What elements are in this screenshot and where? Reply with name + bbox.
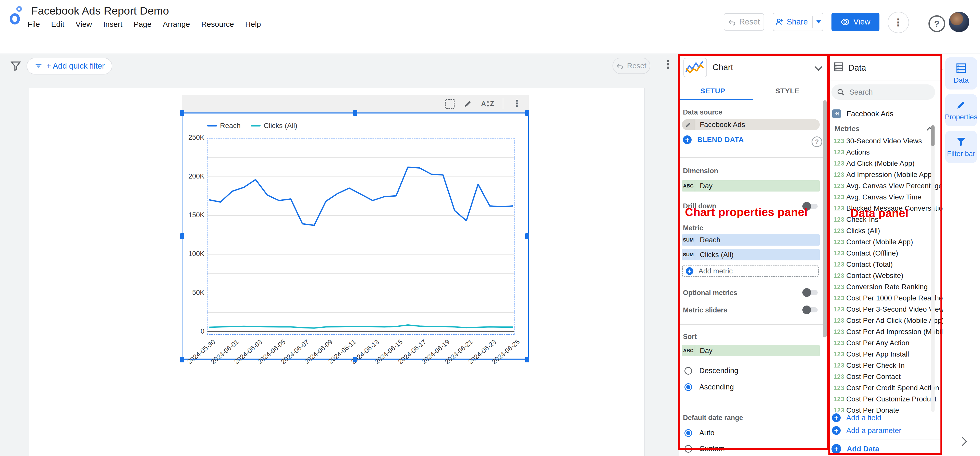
field-list-item[interactable]: 123 Contact (Offline) xyxy=(830,248,941,259)
selection-handle[interactable] xyxy=(180,234,184,239)
data-scrollbar-thumb[interactable] xyxy=(931,125,935,146)
field-list-item[interactable]: 123 Cost Per Credit Spend Action xyxy=(830,382,941,394)
edit-pencil-icon[interactable] xyxy=(463,99,473,108)
field-list-item[interactable]: 123 Cost Per App Install xyxy=(830,349,941,360)
select-area-icon[interactable] xyxy=(445,99,455,109)
menu-item[interactable]: Arrange xyxy=(163,20,190,29)
field-list-item[interactable]: 123 Cost Per Any Action xyxy=(830,337,941,349)
sidebar-item-data[interactable]: Data xyxy=(945,57,977,89)
menu-item[interactable]: Help xyxy=(245,20,261,29)
field-list-item[interactable]: 123 Cost Per 3-Second Video Views xyxy=(830,304,941,315)
dimension-pill[interactable]: ABC Day xyxy=(682,180,820,192)
chart-legend: ReachClicks (All) xyxy=(207,122,298,130)
numeric-type-icon: 123 xyxy=(834,385,846,391)
share-dropdown-caret[interactable] xyxy=(816,21,821,24)
field-list-item[interactable]: 123 Cost Per Contact xyxy=(830,371,941,382)
selection-handle[interactable] xyxy=(525,110,529,116)
field-list-item[interactable]: 123 Cost Per Ad Click (Mobile App) xyxy=(830,315,941,326)
date-auto-radio[interactable] xyxy=(684,429,692,437)
report-title[interactable]: Facebook Ads Report Demo xyxy=(31,5,169,17)
series-line xyxy=(209,167,513,226)
search-input[interactable]: Search xyxy=(832,84,935,100)
field-list-item[interactable]: 123 Contact (Website) xyxy=(830,270,941,281)
sort-descending-label: Descending xyxy=(699,367,738,375)
field-list-item[interactable]: 123 Cost Per 1000 People Reached xyxy=(830,292,941,304)
menu-item[interactable]: View xyxy=(76,20,92,29)
sort-descending-radio[interactable] xyxy=(684,367,692,375)
data-source-pill[interactable]: Facebook Ads xyxy=(682,119,820,130)
sort-field-pill[interactable]: ABC Day xyxy=(682,345,820,356)
filter-icon[interactable] xyxy=(10,60,21,72)
share-button[interactable]: Share xyxy=(773,13,823,31)
field-list-item[interactable]: 123 Conversion Rate Ranking xyxy=(830,281,941,292)
field-list-item[interactable]: 123 Ad Impression (Mobile App) xyxy=(830,169,941,180)
data-scrollbar-track[interactable] xyxy=(931,125,935,412)
field-list-item[interactable]: 123 Contact (Total) xyxy=(830,259,941,270)
field-list-item[interactable]: 123 30-Second Video Views xyxy=(830,135,941,147)
canvas-reset-button[interactable]: Reset xyxy=(612,58,650,74)
properties-scrollbar[interactable] xyxy=(823,100,827,337)
avatar[interactable] xyxy=(949,12,969,32)
selection-handle[interactable] xyxy=(180,110,184,116)
selection-handle[interactable] xyxy=(525,234,529,239)
help-button[interactable]: ? xyxy=(928,15,945,32)
numeric-type-icon: 123 xyxy=(834,194,846,201)
sidebar-item-properties[interactable]: Properties xyxy=(945,94,977,126)
edit-datasource-pencil-icon[interactable] xyxy=(682,119,695,130)
view-button[interactable]: View xyxy=(832,13,880,31)
menu-item[interactable]: Insert xyxy=(103,20,123,29)
field-name: Ad Impression (Mobile App) xyxy=(846,171,934,179)
looker-studio-logo-icon[interactable] xyxy=(9,6,24,27)
selection-handle[interactable] xyxy=(353,357,357,362)
sort-az-icon[interactable]: AZ xyxy=(481,100,494,108)
field-list-item[interactable]: 123 Cost Per Check-In xyxy=(830,360,941,371)
menu-item[interactable]: Edit xyxy=(51,20,64,29)
collapse-panel-chevron-icon[interactable] xyxy=(958,437,967,446)
add-metric-button[interactable]: + Add metric xyxy=(682,265,819,277)
line-chart[interactable]: ReachClicks (All) 250K200K150K100K50K0 2… xyxy=(182,113,529,360)
date-custom-radio[interactable] xyxy=(684,445,692,453)
reset-button[interactable]: Reset xyxy=(724,13,764,30)
field-list-item[interactable]: 123 Avg. Canvas View Percentage xyxy=(830,180,941,192)
more-options-button[interactable]: ⋮ xyxy=(888,12,909,33)
add-data-button[interactable]: + Add Data xyxy=(832,444,879,454)
menu-item[interactable]: File xyxy=(27,20,40,29)
menu-item[interactable]: Resource xyxy=(201,20,234,29)
chart-toolbar: AZ ⋮ xyxy=(182,95,529,113)
add-parameter-button[interactable]: + Add a parameter xyxy=(832,426,901,435)
add-field-button[interactable]: + Add a field xyxy=(832,413,881,422)
sort-ascending-radio[interactable] xyxy=(684,383,692,391)
sidebar-item-filter-bar[interactable]: Filter bar xyxy=(945,131,977,163)
chevron-down-icon[interactable] xyxy=(815,63,822,71)
chart-type-icon[interactable] xyxy=(683,58,707,77)
menu-item[interactable]: Page xyxy=(134,20,151,29)
metric-sliders-toggle[interactable] xyxy=(803,307,818,312)
numeric-type-icon: 123 xyxy=(834,261,846,268)
data-source-row[interactable]: Facebook Ads xyxy=(832,110,939,118)
plus-icon: + xyxy=(683,135,692,144)
canvas-kebab-icon[interactable]: ⋮ xyxy=(662,58,673,71)
tab-style[interactable]: STYLE xyxy=(775,87,800,95)
field-list-item[interactable]: 123 Actions xyxy=(830,147,941,158)
panel-divider xyxy=(679,324,827,325)
blend-help-icon[interactable]: ? xyxy=(811,137,822,147)
blend-data-button[interactable]: + BLEND DATA xyxy=(683,135,744,144)
field-list-item[interactable]: 123 Cost Per Customize Product xyxy=(830,394,941,405)
field-list-item[interactable]: 123 Ad Click (Mobile App) xyxy=(830,158,941,169)
tab-setup[interactable]: SETUP xyxy=(700,87,725,95)
metric-pill[interactable]: SUM Reach xyxy=(682,234,820,246)
metric-pill[interactable]: SUM Clicks (All) xyxy=(682,249,820,261)
field-list-item[interactable]: 123 Avg. Canvas View Time xyxy=(830,192,941,203)
add-quick-filter-button[interactable]: + Add quick filter xyxy=(27,58,112,75)
selection-handle[interactable] xyxy=(525,357,529,362)
chart-toolbar-divider xyxy=(503,98,503,110)
field-list-item[interactable]: 123 Contact (Mobile App) xyxy=(830,237,941,248)
selection-handle[interactable] xyxy=(180,357,184,362)
data-panel: Data Search Facebook Ads Metrics 123 30-… xyxy=(830,54,941,456)
selection-handle[interactable] xyxy=(353,110,357,116)
field-list-item[interactable]: 123 Clicks (All) xyxy=(830,225,941,237)
field-list-item[interactable]: 123 Cost Per Ad Impression (Mobile… xyxy=(830,326,941,337)
chart-kebab-icon[interactable]: ⋮ xyxy=(512,101,522,106)
panel-divider xyxy=(679,81,827,81)
optional-metrics-toggle[interactable] xyxy=(803,290,818,295)
